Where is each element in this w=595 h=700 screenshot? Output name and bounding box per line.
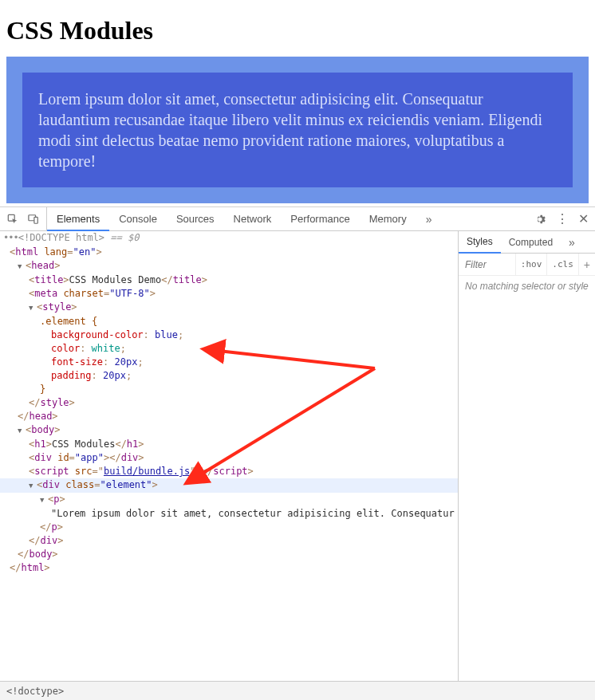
tab-elements[interactable]: Elements <box>47 208 109 231</box>
styles-panel: Styles Computed » :hov .cls + No matchin… <box>458 231 595 700</box>
selected-marker: == $0 <box>104 232 139 243</box>
styles-tabbar: Styles Computed » <box>459 231 595 254</box>
script-node[interactable]: <script src="build/bundle.js"></script> <box>0 465 458 478</box>
div-element-node[interactable]: <div class="element"> <box>0 478 458 493</box>
gear-icon[interactable] <box>534 213 546 226</box>
device-toggle-icon[interactable] <box>27 213 40 226</box>
tab-performance[interactable]: Performance <box>281 207 359 230</box>
p-text-node[interactable]: "Lorem ipsum dolor sit amet, consectetur… <box>0 507 458 521</box>
dom-tree[interactable]: <html lang="en"> <head> <title>CSS Modul… <box>0 244 458 700</box>
style-close[interactable]: </style> <box>0 396 458 410</box>
rendered-page: CSS Modules Lorem ipsum dolor sit amet, … <box>0 0 595 210</box>
paragraph-text: Lorem ipsum dolor sit amet, consectetur … <box>38 90 542 170</box>
style-node[interactable]: <style> <box>0 301 458 315</box>
devtools-tabbar: Elements Console Sources Network Perform… <box>0 207 595 231</box>
cls-button[interactable]: .cls <box>546 254 578 275</box>
breadcrumb-item[interactable]: <!doctype> <box>6 686 64 697</box>
inspect-element-icon[interactable] <box>6 213 19 226</box>
p-node[interactable]: <p> <box>0 493 458 507</box>
doctype-text: <!DOCTYPE html> <box>18 232 104 243</box>
hov-button[interactable]: :hov <box>515 254 547 275</box>
tab-sources[interactable]: Sources <box>167 207 224 230</box>
doctype-row[interactable]: •••<!DOCTYPE html> == $0 <box>0 231 458 244</box>
page-heading: CSS Modules <box>6 16 589 45</box>
devtools-left-icons <box>0 207 47 230</box>
devtools-body: •••<!DOCTYPE html> == $0 <html lang="en"… <box>0 231 595 700</box>
tab-console[interactable]: Console <box>109 207 167 230</box>
tab-computed[interactable]: Computed <box>501 231 561 253</box>
div-app-node[interactable]: <div id="app"></div> <box>0 451 458 465</box>
head-close[interactable]: </head> <box>0 410 458 423</box>
element-box: Lorem ipsum dolor sit amet, consectetur … <box>22 73 573 187</box>
tab-styles[interactable]: Styles <box>459 232 501 254</box>
app-container: Lorem ipsum dolor sit amet, consectetur … <box>6 57 589 203</box>
styles-filter-input[interactable] <box>459 259 515 270</box>
elements-panel: •••<!DOCTYPE html> == $0 <html lang="en"… <box>0 231 458 700</box>
title-node[interactable]: <title>CSS Modules Demo</title> <box>0 273 458 287</box>
head-node[interactable]: <head> <box>0 259 458 273</box>
new-style-rule-button[interactable]: + <box>578 254 595 275</box>
styles-filter-row: :hov .cls + <box>459 254 595 276</box>
body-node[interactable]: <body> <box>0 423 458 438</box>
devtools-panel: Elements Console Sources Network Perform… <box>0 206 595 700</box>
h1-node[interactable]: <h1>CSS Modules</h1> <box>0 438 458 451</box>
tab-network[interactable]: Network <box>224 207 282 230</box>
meta-node[interactable]: <meta charset="UTF-8"> <box>0 287 458 301</box>
no-matching-selector: No matching selector or style <box>459 276 595 297</box>
tabs-overflow-icon[interactable]: » <box>416 207 442 230</box>
styles-overflow-icon[interactable]: » <box>561 231 583 253</box>
tab-memory[interactable]: Memory <box>360 207 416 230</box>
breadcrumb[interactable]: <!doctype> <box>0 681 595 700</box>
svg-rect-2 <box>34 217 37 223</box>
kebab-menu-icon[interactable]: ⋮ <box>556 213 569 226</box>
close-icon[interactable]: ✕ <box>578 211 589 226</box>
